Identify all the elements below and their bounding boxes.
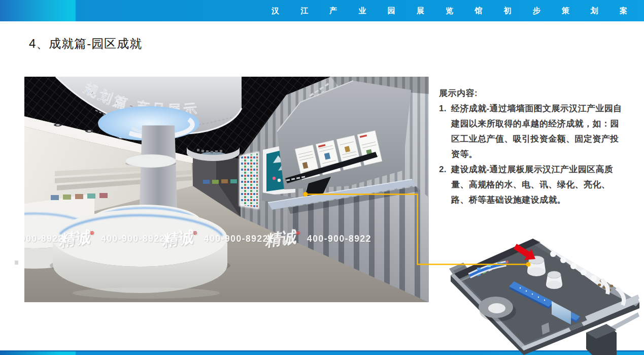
- content-item: 1. 经济成就-通过墙墙面图文展示汉江产业园自建园以来所取得的卓越的经济成就，如…: [439, 101, 624, 162]
- item-number: 1.: [439, 101, 447, 116]
- item-text: 建设成就-通过展板展示汉江产业园区高质量、高规格的水、电、讯、绿化、亮化、路、桥…: [451, 165, 613, 205]
- top-bar: 汉 江 产 业 园 展 览 馆 初 步 策 划 案: [0, 0, 644, 21]
- content-heading: 展示内容:: [439, 87, 624, 100]
- photo-tile-wall: [239, 151, 259, 209]
- item-text: 经济成就-通过墙墙面图文展示汉江产业园自建园以来所取得的卓越的经济成就，如：园区…: [451, 104, 622, 159]
- content-panel: 展示内容: 1. 经济成就-通过墙墙面图文展示汉江产业园自建园以来所取得的卓越的…: [439, 87, 624, 208]
- exhibition-render-image: 规划篇-产品展示: [24, 77, 429, 302]
- floor-plan-image: [449, 231, 644, 355]
- deck-title: 汉 江 产 业 园 展 览 馆 初 步 策 划 案: [272, 6, 644, 16]
- presentation-slide: 汉 江 产 业 园 展 览 馆 初 步 策 划 案 4、成就篇-园区成就: [0, 0, 644, 355]
- page-title: 4、成就篇-园区成就: [29, 36, 142, 52]
- stray-mark: [15, 261, 18, 265]
- render-scene: 规划篇-产品展示: [24, 77, 429, 302]
- floor-plan: [449, 231, 644, 355]
- content-item: 2. 建设成就-通过展板展示汉江产业园区高质量、高规格的水、电、讯、绿化、亮化、…: [439, 162, 624, 208]
- item-number: 2.: [439, 162, 447, 177]
